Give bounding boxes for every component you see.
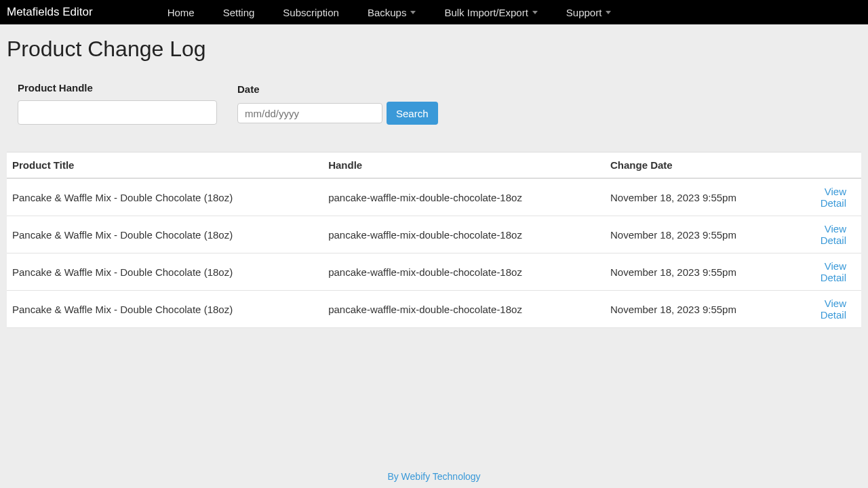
col-product-title: Product Title [7, 152, 323, 179]
table-row: Pancake & Waffle Mix - Double Chocolate … [7, 291, 861, 328]
nav-item-support[interactable]: Support [566, 7, 612, 18]
page-title: Product Change Log [7, 37, 861, 62]
cell-action: View Detail [793, 216, 861, 253]
cell-action: View Detail [793, 291, 861, 328]
view-detail-link[interactable]: View Detail [821, 223, 846, 246]
cell-change-date: November 18, 2023 9:55pm [605, 178, 793, 216]
cell-change-date: November 18, 2023 9:55pm [605, 216, 793, 253]
table-row: Pancake & Waffle Mix - Double Chocolate … [7, 216, 861, 253]
nav-item-bulk-import-export[interactable]: Bulk Import/Export [444, 7, 537, 18]
cell-handle: pancake-waffle-mix-double-chocolate-18oz [323, 253, 605, 291]
table-row: Pancake & Waffle Mix - Double Chocolate … [7, 178, 861, 216]
nav-item-home[interactable]: Home [167, 7, 195, 18]
cell-product-title: Pancake & Waffle Mix - Double Chocolate … [7, 253, 323, 291]
navbar: Metafields Editor HomeSettingSubscriptio… [0, 0, 868, 24]
col-change-date: Change Date [605, 152, 793, 179]
chevron-down-icon [532, 11, 538, 14]
nav-item-setting[interactable]: Setting [223, 7, 255, 18]
product-handle-group: Product Handle [18, 82, 217, 125]
cell-product-title: Pancake & Waffle Mix - Double Chocolate … [7, 216, 323, 253]
cell-product-title: Pancake & Waffle Mix - Double Chocolate … [7, 291, 323, 328]
cell-handle: pancake-waffle-mix-double-chocolate-18oz [323, 216, 605, 253]
filter-bar: Product Handle Date Search [18, 82, 861, 125]
view-detail-link[interactable]: View Detail [821, 298, 846, 321]
date-group: Date Search [237, 83, 438, 125]
view-detail-link[interactable]: View Detail [821, 186, 846, 209]
cell-action: View Detail [793, 253, 861, 291]
cell-action: View Detail [793, 178, 861, 216]
cell-change-date: November 18, 2023 9:55pm [605, 253, 793, 291]
change-log-table: Product Title Handle Change Date Pancake… [7, 152, 861, 328]
table-row: Pancake & Waffle Mix - Double Chocolate … [7, 253, 861, 291]
search-button[interactable]: Search [387, 102, 438, 125]
page-body: Product Change Log Product Handle Date S… [0, 24, 868, 488]
nav-item-label: Setting [223, 7, 255, 18]
nav-item-label: Bulk Import/Export [444, 7, 528, 18]
chevron-down-icon [606, 11, 611, 14]
cell-handle: pancake-waffle-mix-double-chocolate-18oz [323, 291, 605, 328]
cell-change-date: November 18, 2023 9:55pm [605, 291, 793, 328]
product-handle-input[interactable] [18, 100, 217, 125]
nav-items: HomeSettingSubscriptionBackupsBulk Impor… [167, 7, 612, 18]
cell-handle: pancake-waffle-mix-double-chocolate-18oz [323, 178, 605, 216]
footer-link[interactable]: By Webify Technology [387, 471, 480, 482]
chevron-down-icon [410, 11, 416, 14]
cell-product-title: Pancake & Waffle Mix - Double Chocolate … [7, 178, 323, 216]
view-detail-link[interactable]: View Detail [821, 260, 846, 283]
brand[interactable]: Metafields Editor [7, 5, 93, 19]
nav-item-label: Home [167, 7, 195, 18]
nav-item-label: Support [566, 7, 602, 18]
date-label: Date [237, 83, 438, 95]
nav-item-subscription[interactable]: Subscription [283, 7, 339, 18]
table-header-row: Product Title Handle Change Date [7, 152, 861, 179]
nav-item-label: Backups [368, 7, 407, 18]
date-input[interactable] [237, 103, 382, 123]
col-handle: Handle [323, 152, 605, 179]
nav-item-label: Subscription [283, 7, 339, 18]
nav-item-backups[interactable]: Backups [368, 7, 416, 18]
col-action [793, 152, 861, 179]
footer: By Webify Technology [7, 464, 861, 488]
product-handle-label: Product Handle [18, 82, 217, 94]
